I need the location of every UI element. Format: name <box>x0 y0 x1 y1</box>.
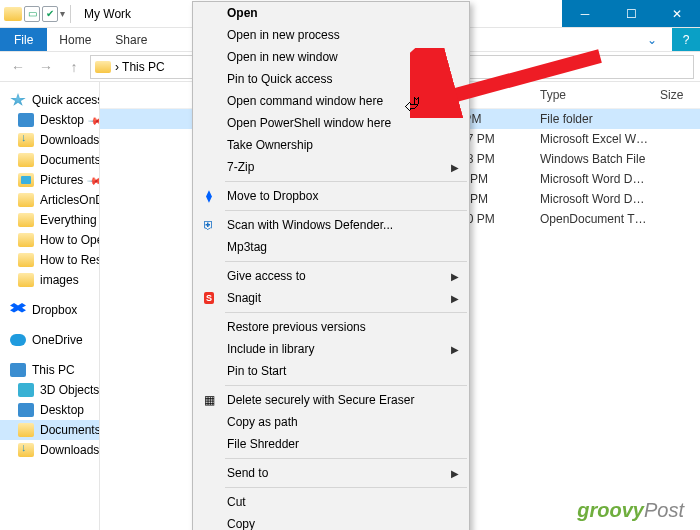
menu-item[interactable]: Mp3tag <box>193 236 469 258</box>
dropbox-icon <box>10 303 26 317</box>
menu-item[interactable]: Cut <box>193 491 469 513</box>
svg-line-0 <box>430 56 600 102</box>
ribbon-collapse-button[interactable]: ⌄ <box>632 28 672 51</box>
file-type: Microsoft Excel W… <box>540 132 660 146</box>
home-tab[interactable]: Home <box>47 28 103 51</box>
back-button[interactable]: ← <box>6 56 30 78</box>
folder-icon <box>18 253 34 267</box>
desktop-icon <box>18 403 34 417</box>
star-icon <box>10 93 26 107</box>
file-type: Windows Batch File <box>540 152 660 166</box>
menu-item[interactable]: Open <box>193 2 469 24</box>
menu-item-label: Snagit <box>227 291 261 305</box>
qat-new-folder-button[interactable]: ✔ <box>42 6 58 22</box>
menu-item-label: Open in new process <box>227 28 340 42</box>
menu-item[interactable]: Send to▶ <box>193 462 469 484</box>
sidebar-item-label: How to Restore t <box>40 253 99 267</box>
chevron-right-icon: ▶ <box>451 468 459 479</box>
sidebar-item-folder[interactable]: How to Restore t <box>0 250 99 270</box>
sidebar-item-label: Desktop <box>40 403 84 417</box>
menu-item-label: Copy <box>227 517 255 530</box>
watermark: groovyPost <box>577 499 684 522</box>
folder-icon <box>18 233 34 247</box>
sidebar-item-desktop[interactable]: Desktop <box>0 400 99 420</box>
close-button[interactable]: ✕ <box>654 0 700 27</box>
separator <box>70 5 71 23</box>
menu-item-label: Pin to Quick access <box>227 72 332 86</box>
column-size[interactable]: Size <box>660 88 700 102</box>
sidebar-item-downloads[interactable]: Downloads <box>0 440 99 460</box>
menu-item[interactable]: Open in new process <box>193 24 469 46</box>
help-button[interactable]: ? <box>672 28 700 51</box>
sidebar-item-folder[interactable]: images <box>0 270 99 290</box>
sidebar-item-pictures[interactable]: Pictures📌 <box>0 170 99 190</box>
sidebar-dropbox[interactable]: Dropbox <box>0 300 99 320</box>
annotation-arrow <box>410 48 610 118</box>
sidebar-item-label: Quick access <box>32 93 99 107</box>
up-button[interactable]: ↑ <box>62 56 86 78</box>
sidebar-item-folder[interactable]: How to Open a C <box>0 230 99 250</box>
desktop-icon <box>18 113 34 127</box>
sidebar-this-pc[interactable]: This PC <box>0 360 99 380</box>
folder-icon <box>4 7 22 21</box>
sidebar-item-label: How to Open a C <box>40 233 99 247</box>
menu-item[interactable]: Copy as path <box>193 411 469 433</box>
qat-dropdown[interactable]: ▾ <box>60 8 65 19</box>
sidebar-item-label: OneDrive <box>32 333 83 347</box>
window-controls: ─ ☐ ✕ <box>562 0 700 27</box>
sidebar-item-documents[interactable]: Documents <box>0 420 99 440</box>
sidebar-quick-access[interactable]: Quick access <box>0 90 99 110</box>
menu-item[interactable]: SSnagit▶ <box>193 287 469 309</box>
sidebar-item-label: Documents <box>40 423 99 437</box>
3d-objects-icon <box>18 383 34 397</box>
pin-icon: 📌 <box>88 112 99 128</box>
menu-item[interactable]: ⧫Move to Dropbox <box>193 185 469 207</box>
menu-item[interactable]: 7-Zip▶ <box>193 156 469 178</box>
file-tab[interactable]: File <box>0 28 47 51</box>
sidebar-item-label: images <box>40 273 79 287</box>
sidebar-item-desktop[interactable]: Desktop📌 <box>0 110 99 130</box>
sidebar-item-label: Desktop <box>40 113 84 127</box>
menu-item[interactable]: File Shredder <box>193 433 469 455</box>
menu-item[interactable]: Pin to Start <box>193 360 469 382</box>
snagit-icon: S <box>201 290 217 306</box>
sidebar-item-label: Downloads <box>40 443 99 457</box>
cursor-icon: ⮰ <box>404 96 420 114</box>
sidebar-item-folder[interactable]: Everything You N <box>0 210 99 230</box>
menu-item-label: Scan with Windows Defender... <box>227 218 393 232</box>
sidebar-item-label: Dropbox <box>32 303 77 317</box>
forward-button[interactable]: → <box>34 56 58 78</box>
menu-item-label: Open <box>227 6 258 20</box>
menu-item[interactable]: ⛨Scan with Windows Defender... <box>193 214 469 236</box>
menu-item[interactable]: Copy <box>193 513 469 530</box>
minimize-button[interactable]: ─ <box>562 0 608 27</box>
menu-item[interactable]: Restore previous versions <box>193 316 469 338</box>
menu-item[interactable]: ▦Delete securely with Secure Eraser <box>193 389 469 411</box>
file-type: Microsoft Word D… <box>540 172 660 186</box>
menu-item[interactable]: Include in library▶ <box>193 338 469 360</box>
documents-icon <box>18 153 34 167</box>
sidebar-item-folder[interactable]: ArticlesOnDB <box>0 190 99 210</box>
sidebar-item-label: Pictures <box>40 173 83 187</box>
pin-icon: 📌 <box>87 172 99 188</box>
chevron-right-icon: ▶ <box>451 344 459 355</box>
qat-properties-button[interactable]: ▭ <box>24 6 40 22</box>
menu-item-label: Move to Dropbox <box>227 189 318 203</box>
sidebar-item-documents[interactable]: Documents📌 <box>0 150 99 170</box>
menu-item[interactable]: Give access to▶ <box>193 265 469 287</box>
menu-item-label: Open command window here <box>227 94 383 108</box>
watermark-b: Post <box>644 499 684 521</box>
pictures-icon <box>18 173 34 187</box>
share-tab[interactable]: Share <box>103 28 159 51</box>
maximize-button[interactable]: ☐ <box>608 0 654 27</box>
menu-item-label: Open PowerShell window here <box>227 116 391 130</box>
watermark-a: groovy <box>577 499 644 521</box>
sidebar-item-3d-objects[interactable]: 3D Objects <box>0 380 99 400</box>
sidebar-item-downloads[interactable]: Downloads📌 <box>0 130 99 150</box>
sidebar-onedrive[interactable]: OneDrive <box>0 330 99 350</box>
menu-item-label: Send to <box>227 466 268 480</box>
menu-item[interactable]: Take Ownership <box>193 134 469 156</box>
folder-icon <box>18 213 34 227</box>
folder-icon <box>18 193 34 207</box>
chevron-right-icon: ▶ <box>451 271 459 282</box>
